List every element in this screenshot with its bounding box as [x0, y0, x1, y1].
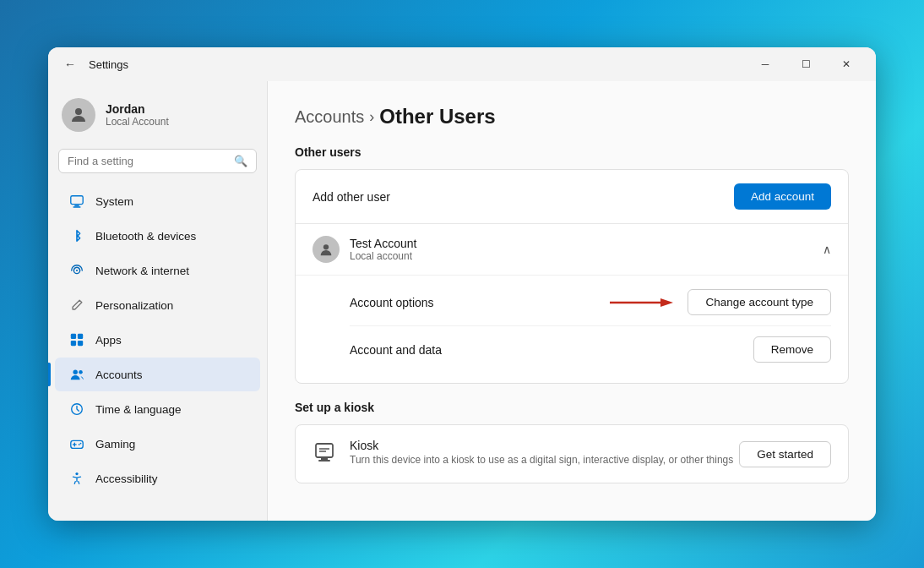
user-profile: Jordan Local Account: [48, 88, 267, 145]
svg-point-4: [76, 270, 78, 271]
account-local-type: Local account: [350, 250, 416, 262]
sidebar-item-label-bluetooth: Bluetooth & devices: [95, 230, 196, 243]
svg-rect-1: [71, 196, 83, 205]
svg-rect-20: [321, 458, 328, 460]
sidebar-nav: System Bluetooth & devices Network & int…: [48, 183, 267, 496]
bluetooth-icon: [68, 227, 85, 244]
add-account-button[interactable]: Add account: [734, 183, 831, 210]
search-icon: 🔍: [234, 155, 247, 167]
close-button[interactable]: ✕: [827, 51, 866, 78]
account-data-row: Account and data Remove: [350, 326, 831, 373]
kiosk-title: Kiosk: [350, 439, 733, 452]
content-area: Jordan Local Account 🔍 System: [48, 81, 876, 521]
svg-rect-8: [78, 341, 83, 346]
svg-rect-19: [316, 444, 333, 457]
sidebar-item-personalization[interactable]: Personalization: [55, 288, 260, 322]
sidebar-item-system[interactable]: System: [55, 184, 260, 218]
account-options-row: Account options Change account type: [350, 279, 831, 326]
search-input[interactable]: [68, 155, 227, 167]
kiosk-section-title: Set up a kiosk: [295, 401, 849, 414]
user-account-type: Local Account: [106, 116, 169, 128]
system-icon: [68, 193, 85, 210]
svg-point-9: [73, 370, 78, 374]
svg-rect-5: [71, 334, 76, 339]
kiosk-left: Kiosk Turn this device into a kiosk to u…: [313, 439, 733, 469]
account-header-left: Test Account Local account: [313, 236, 416, 263]
sidebar-item-accounts[interactable]: Accounts: [55, 358, 260, 391]
settings-window: ← Settings ─ ☐ ✕ Jordan Local Account: [48, 47, 876, 521]
main-content: Accounts › Other Users Other users Add o…: [268, 81, 876, 521]
svg-point-10: [79, 370, 83, 374]
gaming-icon: [68, 435, 85, 452]
svg-rect-7: [71, 341, 76, 346]
window-title: Settings: [89, 58, 128, 71]
sidebar: Jordan Local Account 🔍 System: [48, 81, 268, 521]
maximize-button[interactable]: ☐: [786, 51, 825, 78]
personalization-icon: [68, 297, 85, 314]
red-arrow-icon: [610, 294, 677, 311]
avatar: [62, 98, 95, 132]
change-account-type-button[interactable]: Change account type: [688, 289, 831, 315]
minimize-button[interactable]: ─: [746, 51, 785, 78]
back-button[interactable]: ←: [58, 52, 82, 76]
breadcrumb: Accounts › Other Users: [295, 105, 849, 128]
kiosk-section: Set up a kiosk Kiosk Turn this device in…: [295, 401, 849, 483]
add-user-row: Add other user Add account: [296, 170, 848, 223]
sidebar-item-label-system: System: [95, 195, 133, 208]
account-options-label: Account options: [350, 296, 434, 309]
account-info: Test Account Local account: [350, 237, 416, 262]
svg-rect-2: [74, 205, 79, 207]
breadcrumb-current: Other Users: [379, 105, 495, 128]
other-users-section-title: Other users: [295, 145, 849, 159]
kiosk-text: Kiosk Turn this device into a kiosk to u…: [350, 439, 733, 466]
kiosk-description: Turn this device into a kiosk to use as …: [350, 454, 733, 466]
other-users-card: Add other user Add account Test Account …: [295, 169, 849, 384]
time-icon: [68, 401, 85, 418]
svg-marker-18: [660, 298, 673, 307]
svg-rect-3: [73, 206, 81, 207]
title-bar: ← Settings ─ ☐ ✕: [48, 47, 876, 81]
svg-point-16: [323, 244, 329, 249]
add-user-label: Add other user: [313, 190, 390, 204]
accounts-icon: [68, 366, 85, 383]
breadcrumb-accounts[interactable]: Accounts: [295, 107, 364, 127]
svg-point-13: [79, 444, 80, 445]
account-details: Account options Change account type: [296, 275, 848, 383]
sidebar-item-gaming[interactable]: Gaming: [55, 427, 260, 461]
network-icon: [68, 262, 85, 279]
account-name: Test Account: [350, 237, 416, 250]
kiosk-card-inner: Kiosk Turn this device into a kiosk to u…: [296, 425, 848, 483]
sidebar-item-label-gaming: Gaming: [95, 438, 135, 451]
svg-point-14: [80, 443, 82, 445]
user-info: Jordan Local Account: [106, 102, 169, 128]
sidebar-item-apps[interactable]: Apps: [55, 323, 260, 357]
sidebar-item-label-accessibility: Accessibility: [95, 472, 158, 485]
search-box: 🔍: [58, 149, 257, 173]
breadcrumb-chevron: ›: [369, 108, 374, 126]
test-account-row: Test Account Local account ∧ Account opt…: [296, 223, 848, 383]
remove-button[interactable]: Remove: [753, 336, 831, 363]
sidebar-item-time[interactable]: Time & language: [55, 392, 260, 426]
sidebar-item-bluetooth[interactable]: Bluetooth & devices: [55, 219, 260, 253]
kiosk-card: Kiosk Turn this device into a kiosk to u…: [295, 424, 849, 483]
svg-rect-21: [318, 460, 330, 462]
svg-point-0: [75, 108, 82, 115]
user-name: Jordan: [106, 102, 169, 116]
sidebar-item-accessibility[interactable]: Accessibility: [55, 462, 260, 495]
title-bar-controls: ─ ☐ ✕: [746, 51, 866, 78]
accessibility-icon: [68, 470, 85, 487]
account-avatar: [313, 236, 340, 263]
sidebar-item-label-time: Time & language: [95, 403, 182, 416]
sidebar-item-label-network: Network & internet: [95, 265, 189, 277]
sidebar-item-network[interactable]: Network & internet: [55, 254, 260, 287]
sidebar-item-label-apps: Apps: [95, 334, 122, 347]
kiosk-icon: [313, 440, 336, 469]
get-started-button[interactable]: Get started: [739, 441, 831, 467]
account-data-label: Account and data: [350, 343, 442, 357]
svg-rect-6: [78, 334, 83, 339]
account-header[interactable]: Test Account Local account ∧: [296, 224, 848, 275]
arrow-container: Change account type: [610, 289, 831, 315]
apps-icon: [68, 331, 85, 348]
svg-point-15: [75, 472, 78, 475]
sidebar-item-label-accounts: Accounts: [95, 369, 143, 381]
